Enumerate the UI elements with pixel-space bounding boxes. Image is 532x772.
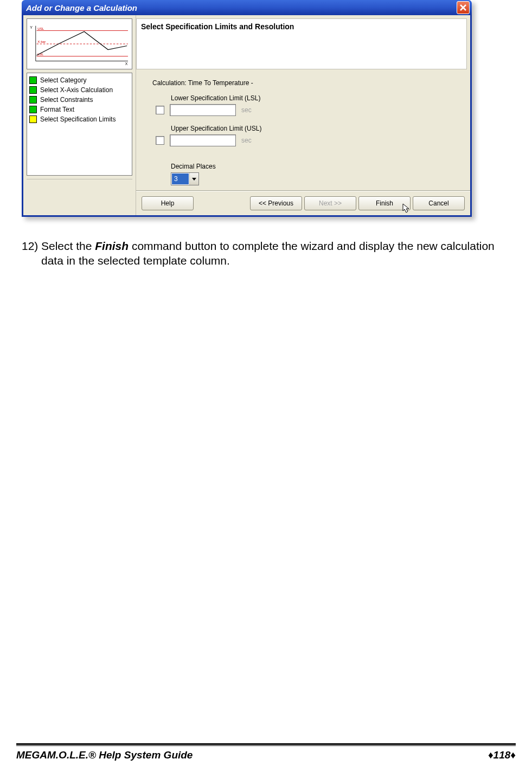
window-title: Add or Change a Calculation — [26, 3, 137, 12]
footer-page-number: 118 — [493, 749, 511, 761]
cursor-icon — [402, 203, 411, 213]
usl-input[interactable] — [170, 134, 236, 146]
finish-button[interactable]: Finish — [358, 196, 411, 210]
wizard-steps-list: Select Category Select X-Axis Calculatio… — [27, 73, 132, 176]
previous-button[interactable]: << Previous — [250, 196, 302, 210]
svg-text:Y: Y — [30, 25, 33, 29]
graph-preview: Y X USL X-bar LSL — [27, 18, 132, 69]
next-button: Next >> — [304, 196, 356, 210]
chevron-down-icon — [189, 173, 198, 185]
wizard-left-pane: Y X USL X-bar LSL — [23, 15, 136, 215]
usl-checkbox[interactable] — [156, 136, 164, 145]
page-footer: MEGAM.O.L.E.® Help System Guide ♦118♦ — [16, 743, 516, 761]
instruction-bold: Finish — [95, 240, 129, 252]
footer-page: ♦118♦ — [488, 749, 516, 761]
step-label: Select Specification Limits — [40, 115, 116, 123]
wizard-right-pane: Select Specification Limits and Resoluti… — [136, 15, 470, 215]
step-label: Select Category — [40, 76, 86, 84]
step-heading-text: Select Specification Limits and Resoluti… — [141, 22, 294, 31]
step-complete-icon — [29, 106, 37, 113]
instruction-number: 12) — [22, 239, 41, 268]
step-current-icon — [29, 115, 37, 123]
help-button[interactable]: Help — [142, 196, 194, 210]
step-spec-limits: Select Specification Limits — [29, 114, 130, 124]
titlebar: Add or Change a Calculation — [22, 0, 472, 15]
close-icon — [460, 4, 466, 11]
wizard-dialog: Add or Change a Calculation Y X — [22, 0, 472, 217]
finish-button-label: Finish — [376, 200, 393, 207]
decimal-places-value: 3 — [172, 173, 189, 184]
svg-marker-13 — [403, 204, 409, 213]
svg-text:X: X — [125, 62, 128, 66]
footer-left: MEGAM.O.L.E.® Help System Guide — [16, 749, 193, 761]
step-label: Select X-Axis Calculation — [40, 86, 113, 94]
usl-unit: sec — [241, 137, 252, 144]
lsl-checkbox[interactable] — [156, 106, 164, 114]
instruction-step-12: 12) Select the Finish command button to … — [22, 239, 499, 268]
cancel-button[interactable]: Cancel — [413, 196, 465, 210]
step-select-xaxis: Select X-Axis Calculation — [29, 85, 130, 95]
step-select-category: Select Category — [29, 75, 130, 85]
instruction-text: Select the Finish command button to comp… — [41, 239, 499, 268]
svg-text:USL: USL — [37, 27, 44, 30]
calculation-label: Calculation: Time To Temperature - — [152, 79, 465, 87]
lsl-input[interactable] — [170, 104, 236, 116]
footer-left-rest: M.O.L.E.® Help System Guide — [47, 749, 193, 761]
svg-marker-12 — [192, 178, 196, 181]
left-pane-spacer — [27, 179, 132, 212]
decimal-places-select[interactable]: 3 — [171, 172, 199, 185]
step-format-text: Format Text — [29, 105, 130, 114]
step-label: Format Text — [40, 106, 74, 113]
step-complete-icon — [29, 86, 37, 94]
step-complete-icon — [29, 76, 37, 84]
instruction-pre: Select the — [41, 240, 95, 252]
wizard-button-bar: Help << Previous Next >> Finish Cancel — [136, 191, 470, 215]
decimal-places-label: Decimal Places — [171, 163, 465, 170]
lsl-label: Lower Specification Limit (LSL) — [171, 94, 465, 102]
step-select-constraints: Select Constraints — [29, 95, 130, 105]
svg-text:X-bar: X-bar — [37, 40, 46, 43]
close-button[interactable] — [457, 1, 470, 14]
usl-label: Upper Specification Limit (USL) — [171, 125, 465, 132]
step-heading: Select Specification Limits and Resoluti… — [136, 18, 467, 69]
lsl-unit: sec — [241, 106, 252, 114]
step-complete-icon — [29, 96, 37, 104]
step-label: Select Constraints — [40, 96, 93, 104]
footer-left-bold: MEGA — [16, 749, 47, 761]
